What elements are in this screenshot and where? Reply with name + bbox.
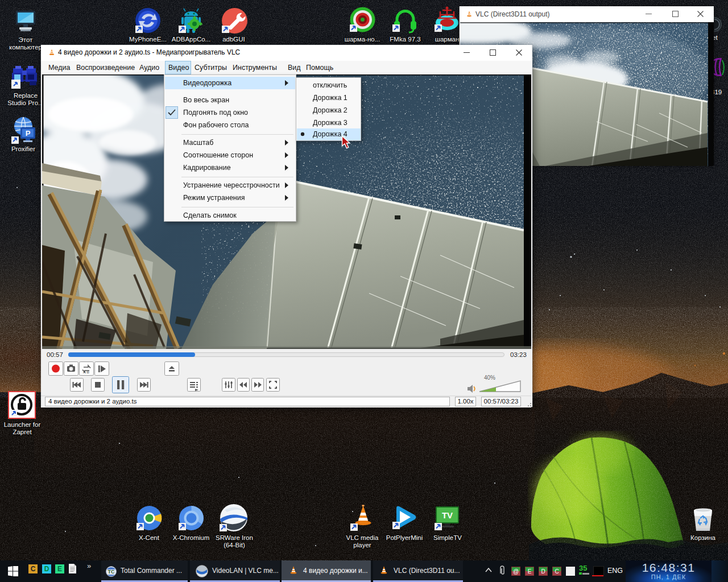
svg-text:P: P bbox=[26, 129, 31, 138]
svg-text:TV: TV bbox=[442, 510, 453, 520]
svg-text:TC: TC bbox=[108, 569, 115, 575]
svg-text:A B: A B bbox=[83, 370, 89, 374]
svg-text:40%: 40% bbox=[484, 375, 495, 381]
